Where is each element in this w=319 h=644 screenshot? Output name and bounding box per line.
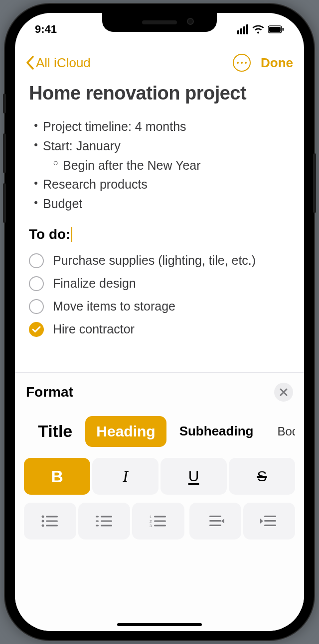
svg-rect-2 [283, 28, 284, 31]
svg-text:3: 3 [150, 524, 152, 528]
svg-rect-11 [96, 521, 99, 522]
wifi-icon [252, 24, 264, 34]
checklist[interactable]: Purchase supplies (lighting, tile, etc.)… [29, 249, 290, 341]
status-indicators [237, 24, 284, 34]
power-button[interactable] [313, 153, 316, 213]
home-indicator[interactable] [117, 623, 202, 626]
svg-rect-4 [46, 516, 58, 518]
svg-rect-22 [209, 520, 221, 522]
underline-button[interactable]: U [160, 458, 227, 495]
back-button[interactable]: All iCloud [26, 55, 91, 71]
checkbox[interactable] [29, 253, 44, 268]
svg-rect-20 [154, 525, 166, 527]
bullet-list[interactable]: •Project timeline: 4 months •Start: Janu… [29, 117, 290, 214]
nav-actions: Done [233, 54, 293, 72]
list-item[interactable]: ○Begin after the New Year [29, 156, 290, 175]
device-frame: 9:41 All iCloud Done [5, 4, 314, 640]
svg-rect-6 [46, 521, 58, 522]
checklist-item[interactable]: Finalize design [29, 272, 290, 295]
dash-list-button[interactable] [78, 503, 131, 539]
back-label: All iCloud [36, 55, 91, 71]
svg-rect-24 [264, 516, 276, 517]
svg-rect-26 [264, 525, 276, 526]
volume-down-button[interactable] [3, 183, 6, 223]
svg-point-7 [42, 525, 44, 527]
svg-text:2: 2 [150, 519, 152, 524]
panel-title: Format [26, 384, 73, 400]
bullet-list-icon [41, 514, 59, 528]
silent-switch[interactable] [3, 94, 6, 113]
battery-icon [268, 25, 284, 33]
style-heading[interactable]: Heading [85, 416, 166, 447]
paragraph-styles[interactable]: Title Heading Subheading Body [24, 415, 295, 448]
cellular-icon [237, 24, 248, 34]
svg-rect-1 [269, 27, 281, 32]
svg-rect-10 [101, 516, 112, 518]
numbered-list-icon: 1 2 3 [149, 514, 167, 528]
indent-button[interactable] [243, 503, 295, 539]
style-body[interactable]: Body [266, 418, 295, 445]
svg-rect-18 [154, 521, 166, 522]
svg-rect-8 [46, 525, 58, 527]
checklist-item[interactable]: Hire contractor [29, 318, 290, 341]
italic-button[interactable]: I [92, 458, 159, 495]
volume-up-button[interactable] [3, 133, 6, 173]
dash-list-icon [95, 514, 113, 528]
checkmark-icon [32, 326, 41, 333]
list-item[interactable]: •Budget [29, 194, 290, 214]
status-time: 9:41 [35, 23, 57, 36]
bullet-list-button[interactable] [24, 503, 76, 539]
checkbox-checked[interactable] [29, 322, 44, 337]
close-button[interactable] [274, 383, 293, 402]
status-bar: 9:41 [15, 22, 304, 37]
section-heading[interactable]: To do: [29, 226, 290, 242]
close-icon [279, 388, 288, 397]
inline-format-row: B I U S [24, 458, 295, 495]
numbered-list-button[interactable]: 1 2 3 [132, 503, 184, 539]
svg-rect-12 [101, 521, 112, 522]
svg-text:1: 1 [150, 515, 152, 519]
ellipsis-icon [237, 62, 247, 64]
list-item[interactable]: •Project timeline: 4 months [29, 117, 290, 136]
svg-rect-21 [209, 516, 221, 517]
format-panel: Format Title Heading Subheading Body B I… [15, 372, 304, 631]
svg-rect-25 [264, 520, 276, 522]
style-subheading[interactable]: Subheading [168, 417, 265, 446]
nav-bar: All iCloud Done [15, 48, 304, 78]
svg-rect-13 [96, 525, 99, 527]
chevron-left-icon [26, 56, 34, 70]
checkbox[interactable] [29, 299, 44, 314]
checklist-item[interactable]: Move items to storage [29, 295, 290, 318]
svg-rect-23 [209, 525, 221, 526]
text-cursor [71, 227, 72, 242]
list-item[interactable]: •Start: January [29, 136, 290, 156]
svg-point-5 [42, 520, 44, 523]
outdent-icon [205, 514, 225, 528]
checkbox[interactable] [29, 276, 44, 291]
note-title[interactable]: Home renovation project [29, 83, 290, 104]
done-button[interactable]: Done [261, 55, 293, 71]
svg-rect-16 [154, 516, 166, 518]
style-title[interactable]: Title [27, 415, 83, 448]
note-editor[interactable]: Home renovation project •Project timelin… [29, 83, 290, 372]
outdent-button[interactable] [189, 503, 241, 539]
screen: 9:41 All iCloud Done [15, 13, 304, 631]
bold-button[interactable]: B [24, 458, 90, 495]
svg-point-3 [42, 516, 44, 518]
indent-icon [259, 514, 279, 528]
strikethrough-button[interactable]: S [229, 458, 295, 495]
list-format-row: 1 2 3 [24, 503, 295, 539]
more-button[interactable] [233, 54, 251, 72]
checklist-item[interactable]: Purchase supplies (lighting, tile, etc.) [29, 249, 290, 272]
svg-rect-9 [96, 516, 99, 518]
svg-rect-14 [101, 525, 112, 527]
list-item[interactable]: •Research products [29, 175, 290, 194]
